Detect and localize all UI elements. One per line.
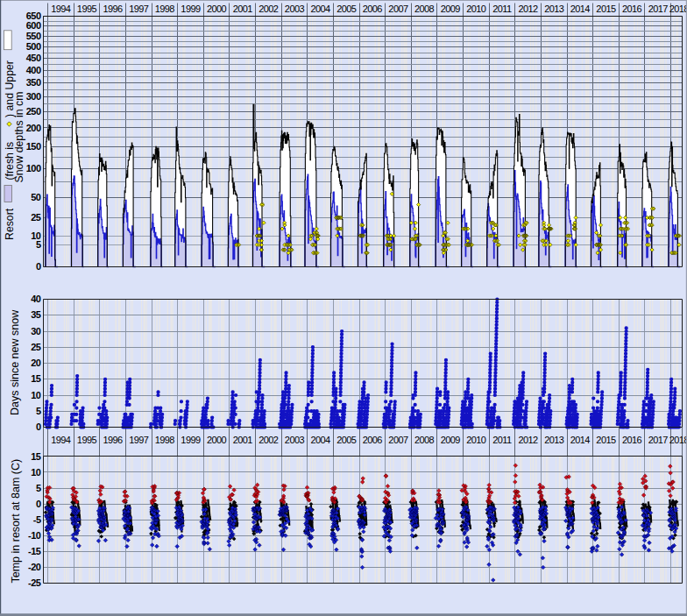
svg-text:1994: 1994	[51, 435, 71, 445]
svg-text:1995: 1995	[77, 4, 97, 14]
svg-text:2008: 2008	[414, 435, 435, 445]
svg-text:2006: 2006	[363, 4, 383, 14]
svg-text:-25: -25	[28, 577, 41, 588]
svg-text:1994: 1994	[51, 4, 71, 14]
svg-text:2007: 2007	[388, 4, 408, 14]
svg-text:5: 5	[36, 483, 41, 493]
svg-text:-5: -5	[33, 514, 41, 525]
svg-text:2018: 2018	[669, 435, 687, 445]
svg-text:Resort: Resort	[4, 208, 16, 240]
svg-text:1997: 1997	[129, 435, 149, 445]
svg-text:1998: 1998	[155, 435, 175, 445]
svg-text:15: 15	[31, 373, 41, 384]
svg-text:2013: 2013	[544, 435, 564, 445]
svg-text:2014: 2014	[570, 4, 591, 14]
svg-text:2004: 2004	[311, 435, 331, 445]
svg-text:-10: -10	[28, 530, 41, 541]
svg-text:10: 10	[31, 467, 41, 478]
svg-text:100: 100	[26, 163, 41, 173]
svg-text:2003: 2003	[285, 435, 305, 445]
svg-text:1997: 1997	[129, 4, 149, 14]
svg-text:2000: 2000	[207, 435, 227, 445]
svg-text:2011: 2011	[492, 4, 512, 14]
svg-text:2012: 2012	[519, 435, 539, 445]
svg-text:Snow depths in cm: Snow depths in cm	[13, 92, 25, 183]
svg-text:2009: 2009	[441, 435, 461, 445]
svg-text:2017: 2017	[648, 4, 669, 14]
svg-text:-15: -15	[28, 546, 41, 556]
svg-text:40: 40	[31, 294, 41, 304]
svg-text:2005: 2005	[336, 435, 357, 445]
svg-text:0: 0	[36, 261, 41, 272]
svg-text:0: 0	[36, 421, 41, 432]
svg-text:1995: 1995	[77, 435, 97, 445]
svg-text:25: 25	[31, 212, 41, 223]
svg-text:650: 650	[26, 11, 41, 21]
svg-text:2002: 2002	[259, 4, 279, 14]
svg-text:2014: 2014	[570, 435, 591, 445]
svg-text:2000: 2000	[207, 4, 227, 14]
svg-text:15: 15	[31, 451, 41, 462]
svg-text:0: 0	[36, 499, 41, 509]
svg-text:2006: 2006	[363, 435, 383, 445]
svg-text:Days since new snow: Days since new snow	[9, 309, 21, 415]
svg-text:Temp in resort at 8am (C): Temp in resort at 8am (C)	[10, 459, 22, 584]
svg-text:2013: 2013	[544, 4, 564, 14]
svg-text:2001: 2001	[233, 435, 253, 445]
svg-text:250: 250	[26, 106, 41, 117]
svg-text:2010: 2010	[466, 4, 486, 14]
svg-text:2007: 2007	[388, 435, 408, 445]
svg-text:35: 35	[31, 309, 41, 320]
svg-text:2008: 2008	[414, 4, 435, 14]
svg-text:5: 5	[36, 239, 41, 250]
svg-text:2016: 2016	[622, 4, 642, 14]
svg-text:450: 450	[26, 53, 41, 63]
svg-text:2011: 2011	[492, 435, 512, 445]
svg-text:500: 500	[26, 41, 41, 52]
svg-text:1996: 1996	[103, 4, 124, 14]
svg-text:1999: 1999	[181, 435, 201, 445]
svg-text:2018: 2018	[669, 4, 687, 14]
svg-text:50: 50	[31, 192, 41, 202]
svg-text:30: 30	[31, 326, 41, 336]
svg-text:5: 5	[36, 406, 41, 416]
svg-text:2001: 2001	[233, 4, 253, 14]
svg-text:300: 300	[26, 91, 41, 102]
svg-text:10: 10	[31, 390, 41, 400]
svg-text:2015: 2015	[596, 4, 616, 14]
svg-text:1999: 1999	[181, 4, 201, 14]
svg-text:20: 20	[31, 358, 41, 368]
svg-text:550: 550	[26, 31, 41, 41]
svg-text:2010: 2010	[466, 435, 486, 445]
svg-text:350: 350	[26, 77, 41, 88]
svg-text:400: 400	[26, 65, 41, 75]
svg-text:25: 25	[31, 342, 41, 352]
svg-text:2017: 2017	[648, 435, 669, 445]
svg-text:2016: 2016	[622, 435, 642, 445]
svg-text:2012: 2012	[519, 4, 539, 14]
svg-text:2004: 2004	[311, 4, 331, 14]
svg-text:-20: -20	[28, 562, 41, 572]
svg-text:2009: 2009	[441, 4, 461, 14]
svg-text:2002: 2002	[259, 435, 279, 445]
svg-text:2015: 2015	[596, 435, 616, 445]
svg-text:2003: 2003	[285, 4, 305, 14]
svg-text:1998: 1998	[155, 4, 175, 14]
svg-text:150: 150	[26, 141, 41, 152]
svg-text:2005: 2005	[336, 4, 357, 14]
svg-text:10: 10	[31, 230, 41, 241]
svg-text:200: 200	[26, 123, 41, 133]
svg-text:1996: 1996	[103, 435, 124, 445]
svg-text:600: 600	[26, 20, 41, 31]
